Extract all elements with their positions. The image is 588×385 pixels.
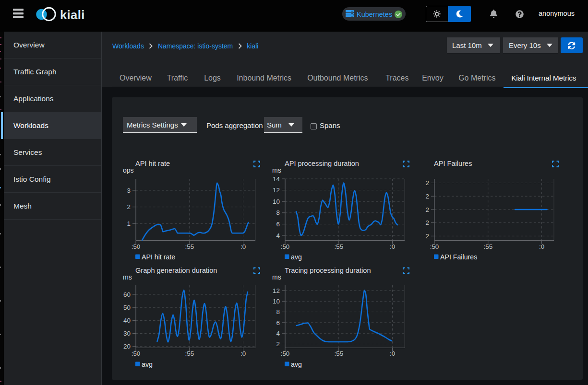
svg-text:12: 12 [273, 287, 280, 294]
svg-text:14: 14 [273, 175, 280, 183]
svg-text:2: 2 [276, 340, 280, 348]
svg-text:8: 8 [276, 308, 280, 315]
svg-text::55: :55 [334, 350, 343, 357]
svg-text:API hit rate: API hit rate [135, 160, 170, 167]
svg-text:2: 2 [426, 233, 429, 240]
svg-text:ms: ms [272, 273, 281, 281]
svg-text::50: :50 [281, 243, 290, 250]
svg-text:API processing duration: API processing duration [285, 160, 359, 167]
svg-text:API Failures: API Failures [434, 160, 472, 167]
svg-text:6: 6 [276, 319, 280, 327]
svg-text:10: 10 [273, 198, 280, 205]
svg-text::50: :50 [281, 350, 290, 357]
svg-text:1: 1 [127, 220, 131, 227]
svg-text:12: 12 [273, 187, 280, 194]
svg-text:ms: ms [272, 166, 281, 174]
svg-text:avg: avg [291, 361, 302, 368]
svg-text:20: 20 [123, 343, 131, 350]
svg-text:API Failures: API Failures [440, 253, 477, 261]
svg-text::55: :55 [334, 243, 343, 250]
svg-text:avg: avg [142, 361, 153, 368]
svg-text:3: 3 [127, 187, 131, 194]
svg-text:API hit rate: API hit rate [142, 253, 175, 261]
svg-text:2: 2 [426, 219, 429, 226]
svg-text:Tracing processing duration: Tracing processing duration [285, 267, 371, 274]
svg-text:2: 2 [127, 203, 131, 210]
svg-text:4: 4 [276, 232, 280, 239]
svg-text:30: 30 [123, 330, 131, 337]
svg-text::0: :0 [240, 243, 246, 250]
svg-text:50: 50 [123, 304, 131, 311]
svg-text::0: :0 [390, 243, 395, 250]
svg-text::50: :50 [430, 243, 439, 250]
svg-text:avg: avg [291, 253, 302, 261]
svg-text:2: 2 [426, 179, 429, 187]
svg-text:kiali: kiali [60, 8, 85, 22]
svg-text:40: 40 [123, 317, 131, 324]
svg-text::55: :55 [483, 243, 492, 250]
svg-text:ops: ops [123, 166, 134, 174]
svg-text:8: 8 [276, 209, 280, 216]
svg-text:2: 2 [426, 193, 429, 200]
svg-text:2: 2 [426, 206, 429, 213]
svg-text:4: 4 [276, 330, 280, 337]
svg-text::50: :50 [132, 243, 141, 250]
svg-text:60: 60 [123, 291, 131, 298]
svg-text::55: :55 [185, 350, 194, 357]
svg-text::0: :0 [240, 350, 246, 357]
svg-text::0: :0 [539, 243, 544, 250]
svg-text::0: :0 [390, 350, 395, 357]
svg-text:Graph generation duration: Graph generation duration [135, 267, 217, 274]
svg-text::50: :50 [132, 350, 141, 357]
svg-text::55: :55 [185, 243, 194, 250]
svg-text:ms: ms [123, 273, 132, 281]
svg-text:10: 10 [273, 298, 280, 305]
svg-text:6: 6 [276, 221, 280, 228]
